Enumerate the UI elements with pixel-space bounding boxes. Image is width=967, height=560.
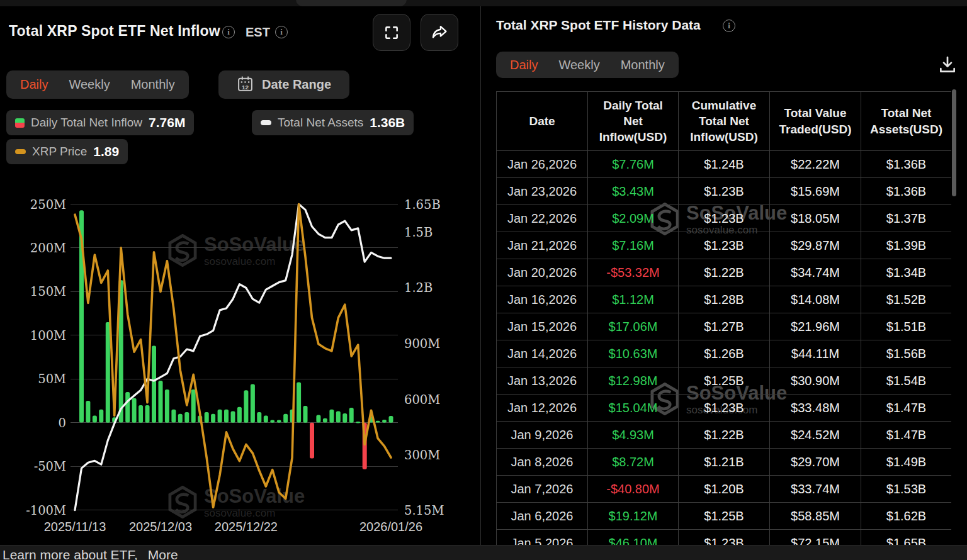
date-range-button[interactable]: 12 Date Range [218,70,349,99]
cell-cumulative-inflow: $1.28B [679,286,770,313]
inflow-value: 7.76M [149,115,185,130]
fullscreen-icon [383,25,400,41]
calendar-icon: 12 [237,76,254,94]
cell-value-traded: $72.15M [770,530,861,546]
svg-text:2026/01/26: 2026/01/26 [359,520,422,534]
cell-net-assets: $1.36B [861,151,952,178]
cell-cumulative-inflow: $1.20B [679,476,770,503]
legend-xrp-price[interactable]: XRP Price 1.89 [6,139,128,164]
cell-value-traded: $22.22M [770,151,861,178]
cell-cumulative-inflow: $1.23B [679,395,770,422]
page-title: Total XRP Spot ETF Net Inflow [9,23,220,40]
table-row[interactable]: Jan 13,2026$12.98M$1.25B$30.90M$1.54B [497,367,952,395]
svg-text:250M: 250M [30,198,66,212]
table-column-header[interactable]: Daily Total Net Inflow(USD) [588,92,679,151]
cell-value-traded: $29.87M [770,232,861,259]
cell-net-assets: $1.34B [861,259,952,286]
tab-monthly[interactable]: Monthly [621,58,665,72]
table-row[interactable]: Jan 5,2026$46.10M$1.23B$72.15M$1.65B [497,530,952,546]
cell-date: Jan 12,2026 [497,395,588,422]
table-column-header[interactable]: Cumulative Total Net Inflow(USD) [679,92,770,151]
download-button[interactable] [936,54,959,77]
table-column-header[interactable]: Total Value Traded(USD) [770,92,861,151]
cell-value-traded: $18.05M [770,205,861,232]
history-data-title: Total XRP Spot ETF History Data [496,18,701,33]
svg-text:2025/11/13: 2025/11/13 [44,520,106,534]
cell-daily-net-inflow: $1.12M [588,286,679,313]
net-inflow-chart[interactable]: 250M200M150M100M50M0-50M-100M1.65B1.5B1.… [0,176,480,545]
svg-text:150M: 150M [30,284,66,299]
cell-daily-net-inflow: $10.63M [588,340,679,367]
cell-value-traded: $44.11M [770,340,861,367]
cell-date: Jan 8,2026 [497,449,588,476]
fullscreen-button[interactable] [373,14,410,51]
cell-value-traded: $33.48M [770,395,861,422]
info-icon[interactable]: i [275,26,288,38]
svg-text:600M: 600M [404,393,440,407]
tab-daily[interactable]: Daily [510,58,538,72]
table-row[interactable]: Jan 16,2026$1.12M$1.28B$14.08M$1.52B [497,286,952,313]
table-row[interactable]: Jan 22,2026$2.09M$1.23B$18.05M$1.37B [497,205,952,232]
cell-net-assets: $1.47B [861,422,952,449]
cell-value-traded: $14.08M [770,286,861,313]
svg-text:900M: 900M [404,337,440,351]
cell-date: Jan 16,2026 [497,286,588,313]
svg-text:1.65B: 1.65B [404,198,441,212]
cell-net-assets: $1.53B [861,476,952,503]
cell-daily-net-inflow: $7.76M [588,151,679,178]
cell-daily-net-inflow: $12.98M [588,367,679,395]
cell-daily-net-inflow: $15.04M [588,395,679,422]
table-column-header[interactable]: Date [497,92,588,151]
cell-date: Jan 6,2026 [497,503,588,530]
cell-value-traded: $15.69M [770,178,861,205]
svg-text:2025/12/03: 2025/12/03 [129,520,192,534]
cell-cumulative-inflow: $1.21B [679,449,770,476]
table-column-header[interactable]: Total Net Assets(USD) [861,92,952,151]
table-row[interactable]: Jan 12,2026$15.04M$1.23B$33.48M$1.47B [497,395,952,422]
svg-text:100M: 100M [30,328,66,343]
svg-text:-50M: -50M [34,459,66,474]
table-row[interactable]: Jan 20,2026-$53.32M$1.22B$34.74M$1.34B [497,259,952,286]
table-row[interactable]: Jan 9,2026$4.93M$1.22B$24.52M$1.47B [497,422,952,449]
legend-total-net-assets[interactable]: Total Net Assets 1.36B [252,110,414,135]
cell-net-assets: $1.39B [861,232,952,259]
table-row[interactable]: Jan 15,2026$17.06M$1.27B$21.96M$1.51B [497,313,952,340]
footer-more-link[interactable]: More [148,547,178,560]
tab-monthly[interactable]: Monthly [131,77,175,92]
info-icon[interactable]: i [723,20,735,32]
legend-daily-net-inflow[interactable]: Daily Total Net Inflow 7.76M [6,110,194,135]
tab-weekly[interactable]: Weekly [69,77,110,92]
table-row[interactable]: Jan 14,2026$10.63M$1.26B$44.11M$1.56B [497,340,952,367]
table-row[interactable]: Jan 26,2026$7.76M$1.24B$22.22M$1.36B [497,151,952,178]
svg-text:12: 12 [242,83,249,90]
cell-value-traded: $34.74M [770,259,861,286]
cell-cumulative-inflow: $1.27B [679,313,770,340]
history-table[interactable]: DateDaily Total Net Inflow(USD)Cumulativ… [496,91,951,545]
table-row[interactable]: Jan 7,2026-$40.80M$1.20B$33.74M$1.53B [497,476,952,503]
share-button[interactable] [421,14,458,51]
download-icon [937,55,958,75]
svg-text:2025/12/22: 2025/12/22 [215,520,278,534]
cell-net-assets: $1.51B [861,313,952,340]
cell-date: Jan 20,2026 [497,259,588,286]
table-row[interactable]: Jan 23,2026$3.43M$1.23B$15.69M$1.36B [497,178,952,205]
panel-divider [480,6,481,545]
cell-net-assets: $1.54B [861,367,952,395]
svg-text:1.2B: 1.2B [404,281,433,295]
top-bar [0,0,967,6]
cell-value-traded: $33.74M [770,476,861,503]
svg-text:300M: 300M [404,448,440,462]
table-scrollbar[interactable] [952,89,956,196]
cell-daily-net-inflow: $46.10M [588,530,679,546]
table-row[interactable]: Jan 21,2026$7.16M$1.23B$29.87M$1.39B [497,232,952,259]
info-icon[interactable]: i [222,26,235,38]
table-row[interactable]: Jan 6,2026$19.12M$1.25B$58.85M$1.62B [497,503,952,530]
cell-net-assets: $1.49B [861,449,952,476]
cell-cumulative-inflow: $1.23B [679,178,770,205]
cell-net-assets: $1.52B [861,286,952,313]
table-row[interactable]: Jan 8,2026$8.72M$1.21B$29.70M$1.49B [497,449,952,476]
cell-daily-net-inflow: -$53.32M [588,259,679,286]
tab-daily[interactable]: Daily [20,77,48,92]
tab-weekly[interactable]: Weekly [558,58,599,72]
cell-cumulative-inflow: $1.23B [679,205,770,232]
